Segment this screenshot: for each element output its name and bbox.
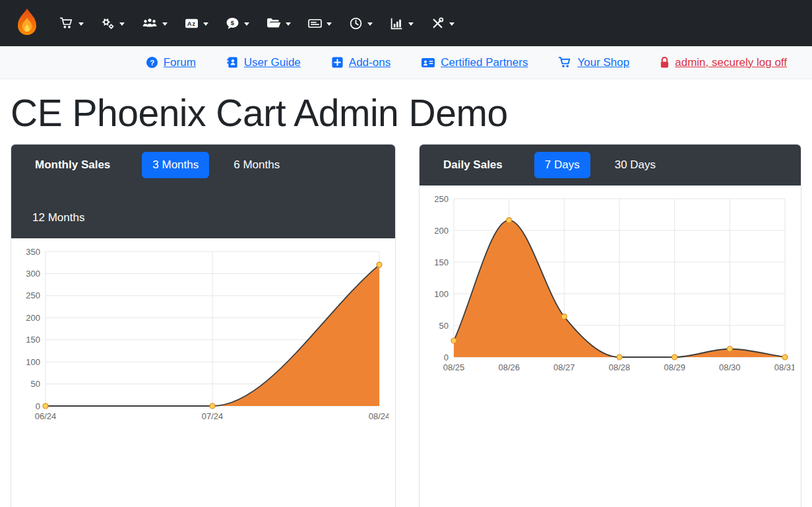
menu-users[interactable] (142, 0, 168, 46)
svg-text:350: 350 (26, 246, 40, 256)
clock-icon (349, 17, 363, 30)
svg-text:08/24: 08/24 (369, 411, 389, 421)
topbar: Az $ (0, 0, 812, 46)
svg-text:50: 50 (439, 320, 449, 330)
phoenix-logo[interactable] (12, 6, 42, 40)
menu-money-check[interactable] (308, 0, 332, 46)
shopping-cart-icon (59, 17, 74, 30)
svg-text:250: 250 (434, 193, 449, 203)
daily-range-7-days-button[interactable]: 7 Days (534, 152, 590, 178)
svg-text:0: 0 (444, 352, 449, 362)
svg-text:07/24: 07/24 (202, 411, 224, 421)
caret-down-icon (162, 22, 168, 26)
comment-dollar-icon: $ (226, 17, 239, 30)
svg-text:100: 100 (26, 356, 40, 366)
svg-text:z: z (193, 20, 196, 27)
id-card-icon (421, 57, 435, 69)
tools-icon (431, 17, 445, 30)
daily-sales-card: Daily Sales 7 Days 30 Days 0501001502002… (419, 144, 801, 507)
svg-text:200: 200 (26, 313, 40, 323)
certified-partners-link-label: Certified Partners (441, 56, 528, 69)
money-check-icon (308, 17, 322, 30)
daily-sales-chart: 05010015020025008/2508/2608/2708/2808/29… (423, 191, 794, 377)
user-guide-link[interactable]: User Guide (226, 56, 301, 69)
menu-comment-dollar[interactable]: $ (226, 0, 249, 46)
plus-square-icon (331, 56, 344, 69)
gears-icon (101, 17, 115, 30)
language-icon: Az (185, 17, 199, 30)
caret-down-icon (367, 22, 373, 26)
caret-down-icon (203, 22, 208, 26)
user-book-icon (226, 56, 239, 69)
caret-down-icon (78, 22, 84, 26)
add-ons-link-label: Add-ons (349, 56, 390, 69)
menu-bar-chart[interactable] (390, 0, 414, 46)
daily-range-30-days-button[interactable]: 30 Days (604, 152, 666, 178)
users-icon (142, 17, 158, 29)
folder-open-icon (266, 17, 281, 30)
add-ons-link[interactable]: Add-ons (331, 56, 390, 69)
user-guide-link-label: User Guide (244, 56, 301, 69)
bar-chart-icon (390, 17, 404, 30)
svg-text:150: 150 (434, 257, 449, 267)
svg-text:08/27: 08/27 (553, 362, 575, 372)
daily-sales-title: Daily Sales (443, 158, 503, 172)
menu-shopping-cart[interactable] (59, 0, 84, 46)
top-menu: Az $ (59, 0, 454, 46)
monthly-range-12-months-button[interactable]: 12 Months (22, 205, 95, 231)
svg-text:08/25: 08/25 (443, 362, 465, 372)
certified-partners-link[interactable]: Certified Partners (421, 56, 528, 69)
svg-text:200: 200 (434, 225, 449, 235)
daily-sales-card-header: Daily Sales 7 Days 30 Days (420, 145, 801, 186)
svg-text:08/31: 08/31 (774, 362, 794, 372)
menu-language[interactable]: Az (185, 0, 208, 46)
caret-down-icon (449, 22, 454, 26)
monthly-sales-card: Monthly Sales 3 Months 6 Months 12 Month… (11, 144, 396, 507)
forum-link[interactable]: ? Forum (146, 56, 196, 69)
your-shop-link-label: Your Shop (577, 56, 629, 69)
dashboard-cards: Monthly Sales 3 Months 6 Months 12 Month… (0, 144, 812, 507)
monthly-sales-card-header: Monthly Sales 3 Months 6 Months 12 Month… (11, 145, 395, 238)
menu-folder[interactable] (266, 0, 291, 46)
monthly-sales-title: Monthly Sales (35, 158, 110, 172)
svg-text:?: ? (150, 59, 154, 67)
monthly-range-6-months-button[interactable]: 6 Months (223, 152, 290, 178)
svg-text:$: $ (231, 18, 235, 26)
svg-text:08/30: 08/30 (719, 362, 741, 372)
menu-tools[interactable] (431, 0, 454, 46)
page-title: CE Phoenix Cart Admin Demo (11, 92, 801, 135)
menu-clock[interactable] (349, 0, 373, 46)
caret-down-icon (244, 22, 249, 26)
svg-text:A: A (187, 20, 192, 27)
quick-links-bar: ? Forum User Guide Add-ons Certified Par… (0, 46, 812, 79)
log-off-link-label: admin, securely log off (675, 56, 787, 69)
svg-text:300: 300 (26, 269, 40, 279)
svg-text:150: 150 (26, 335, 40, 345)
log-off-link[interactable]: admin, securely log off (660, 56, 787, 69)
caret-down-icon (286, 22, 291, 26)
svg-text:08/28: 08/28 (609, 362, 631, 372)
your-shop-link[interactable]: Your Shop (558, 56, 629, 69)
svg-text:08/29: 08/29 (664, 362, 685, 372)
caret-down-icon (119, 22, 125, 26)
forum-link-label: Forum (164, 56, 196, 69)
menu-gears[interactable] (101, 0, 125, 46)
svg-text:08/26: 08/26 (498, 362, 520, 372)
question-circle-icon: ? (146, 56, 158, 69)
caret-down-icon (408, 22, 414, 26)
svg-text:0: 0 (36, 401, 40, 411)
svg-text:250: 250 (26, 290, 40, 300)
lock-icon (660, 56, 670, 69)
monthly-range-3-months-button[interactable]: 3 Months (142, 152, 209, 178)
svg-text:50: 50 (31, 379, 40, 389)
svg-text:06/24: 06/24 (35, 411, 57, 421)
shopping-cart-icon (558, 56, 572, 69)
svg-text:100: 100 (434, 288, 449, 298)
monthly-sales-chart: 05010015020025030035006/2407/2408/24 (15, 244, 389, 426)
phoenix-flame-icon (14, 8, 40, 38)
caret-down-icon (327, 22, 332, 26)
